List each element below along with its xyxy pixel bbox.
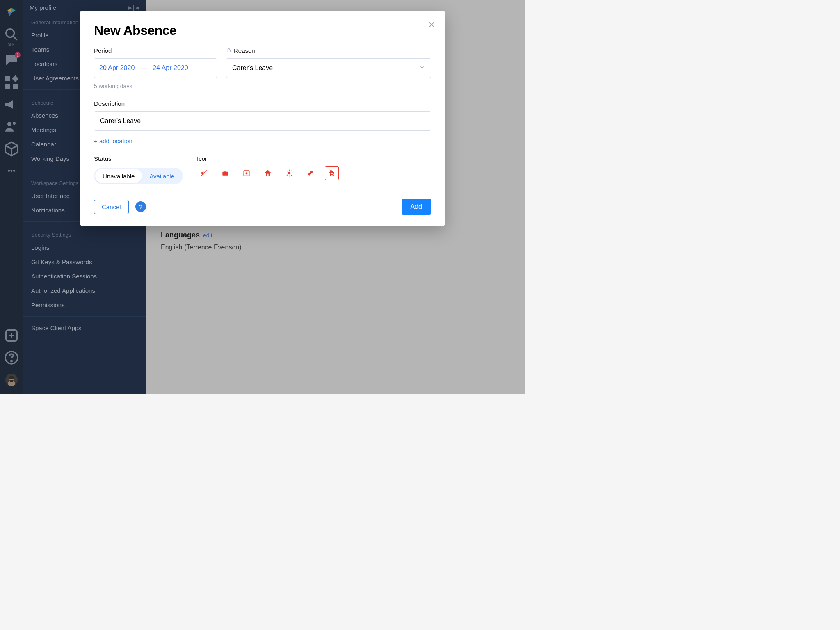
status-unavailable[interactable]: Unavailable [95,169,142,183]
lock-icon [226,48,231,54]
status-label: Status [94,155,183,162]
pill-icon[interactable] [304,166,317,180]
reason-value: Carer's Leave [232,64,273,72]
svg-rect-21 [224,171,226,172]
status-available[interactable]: Available [142,169,182,183]
modal-overlay: ✕ New Absence Period 20 Apr 2020 — 24 Ap… [0,0,525,394]
svg-point-25 [288,172,291,175]
icon-picker [197,166,339,180]
period-label: Period [94,47,217,54]
svg-line-30 [287,171,288,171]
home-icon[interactable] [261,166,275,180]
svg-rect-34 [308,171,313,176]
svg-rect-20 [222,172,228,176]
svg-point-36 [333,175,334,176]
svg-line-33 [291,171,292,171]
new-absence-modal: ✕ New Absence Period 20 Apr 2020 — 24 Ap… [80,11,445,226]
svg-line-31 [291,175,292,176]
date-range-input[interactable]: 20 Apr 2020 — 24 Apr 2020 [94,58,217,78]
description-label: Description [94,100,431,107]
date-separator: — [140,64,147,72]
reason-select[interactable]: Carer's Leave [226,58,431,78]
help-button[interactable]: ? [135,201,146,212]
icon-label: Icon [197,155,339,162]
working-days-hint: 5 working days [94,83,217,89]
date-start: 20 Apr 2020 [99,64,135,72]
svg-point-35 [330,175,331,176]
stroller-icon[interactable] [325,166,339,180]
add-button[interactable]: Add [402,199,431,215]
svg-line-32 [287,175,288,176]
modal-title: New Absence [94,23,431,38]
calendar-plus-icon[interactable] [240,166,253,180]
sun-icon[interactable] [282,166,296,180]
status-toggle: Unavailable Available [94,168,183,184]
mute-icon[interactable] [197,166,211,180]
add-location-link[interactable]: + add location [94,137,431,144]
chevron-down-icon [419,64,425,72]
description-input[interactable] [94,111,431,131]
svg-rect-18 [227,50,231,52]
close-icon[interactable]: ✕ [428,20,435,30]
cancel-button[interactable]: Cancel [94,200,129,214]
date-end: 24 Apr 2020 [153,64,188,72]
reason-label: Reason [234,47,255,54]
suitcase-icon[interactable] [218,166,232,180]
